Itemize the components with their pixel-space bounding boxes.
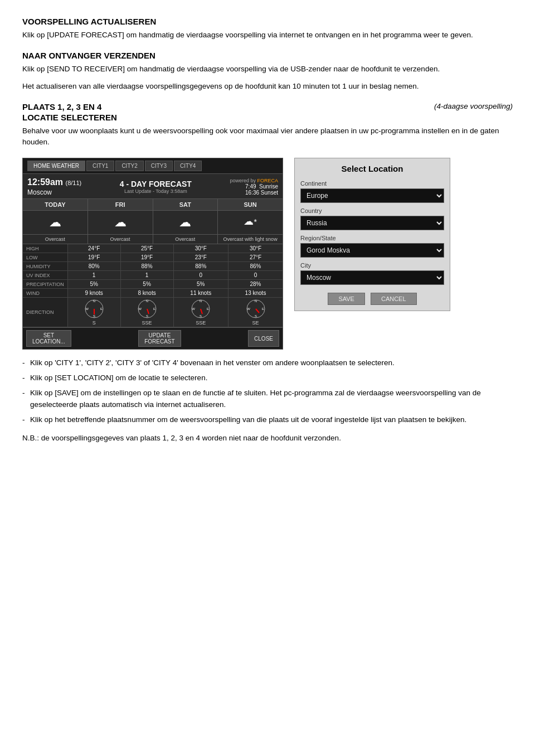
ww-day-fri: FRI — [88, 199, 153, 210]
cell-low-sat: 23°F — [173, 253, 228, 262]
city-select[interactable]: Moscow — [300, 270, 444, 285]
cell-dir-sat: N S W E SSE — [173, 298, 228, 327]
cell-precip-today: 5% — [67, 280, 120, 289]
country-label: Country — [300, 207, 444, 214]
cell-high-fri: 25°F — [120, 244, 173, 253]
sl-buttons: SAVE CANCEL — [300, 293, 444, 305]
ww-day-today: TODAY — [23, 199, 88, 210]
ww-date: (8/11) — [66, 180, 82, 186]
send-receiver-body: Klik op [SEND TO RECEIVER] om handmatig … — [22, 64, 513, 75]
svg-text:S: S — [254, 314, 256, 318]
ww-city: Moscow — [27, 188, 81, 196]
tab-city4[interactable]: CITY4 — [174, 161, 202, 171]
tab-city1[interactable]: CITY1 — [86, 161, 114, 171]
place-subtitle: LOCATIE SELECTEREN — [22, 113, 117, 122]
row-label-high: HIGH — [23, 244, 67, 253]
place-section: PLAATS 1, 2, 3 en 4 LOCATIE SELECTEREN (… — [22, 102, 513, 449]
ww-left-info: 12:59am (8/11) Moscow — [27, 177, 81, 196]
continent-select[interactable]: Europe — [300, 188, 444, 203]
ww-desc-sat: Overcast — [153, 235, 218, 244]
ww-sunrise: 7:49 Sunrise — [230, 183, 278, 190]
ww-icon-fri: ☁ — [88, 211, 153, 234]
row-label-low: LOW — [23, 253, 67, 262]
ww-data-table: HIGH 24°F 25°F 30°F 30°F LOW 19°F 19°F 2… — [23, 244, 283, 327]
city-label: City — [300, 262, 444, 269]
table-row: HIGH 24°F 25°F 30°F 30°F — [23, 244, 283, 253]
save-button[interactable]: SAVE — [328, 293, 365, 305]
note-text: N.B.: de voorspellingsgegeves van plaats… — [22, 433, 513, 444]
table-row: LOW 19°F 19°F 23°F 27°F — [23, 253, 283, 262]
cell-precip-sat: 5% — [173, 280, 228, 289]
send-receiver-body2: Het actualiseren van alle vierdaagse voo… — [22, 81, 513, 92]
svg-text:W: W — [247, 307, 250, 311]
ww-forecast-label: 4 - DAY FORECAST — [120, 180, 192, 188]
four-day-label: (4-daagse voorspelling) — [434, 102, 513, 110]
ww-desc-today: Overcast — [23, 235, 88, 244]
table-row: PRECIPITATION 5% 5% 5% 28% — [23, 280, 283, 289]
cell-precip-sun: 28% — [228, 280, 283, 289]
tab-home-weather[interactable]: HOME WEATHER — [27, 161, 85, 171]
row-label-humidity: HUMIDITY — [23, 262, 67, 271]
cell-dir-today: N S W E S — [67, 298, 120, 327]
svg-text:E: E — [261, 307, 264, 311]
cancel-button[interactable]: CANCEL — [371, 293, 417, 305]
ww-icons-row: ☁ ☁ ☁ ☁* — [23, 211, 283, 235]
place-header: PLAATS 1, 2, 3 en 4 LOCATIE SELECTEREN (… — [22, 102, 513, 123]
row-label-precip: PRECIPITATION — [23, 280, 67, 289]
cell-wind-today: 9 knots — [67, 289, 120, 298]
ww-tabs: HOME WEATHER CITY1 CITY2 CITY3 CITY4 — [27, 161, 202, 171]
close-button[interactable]: CLOSE — [248, 330, 279, 347]
ww-top-info: 12:59am (8/11) Moscow 4 - DAY FORECAST L… — [23, 174, 283, 198]
cell-high-today: 24°F — [67, 244, 120, 253]
screenshots-row: HOME WEATHER CITY1 CITY2 CITY3 CITY4 12:… — [22, 158, 513, 350]
cell-wind-sat: 11 knots — [173, 289, 228, 298]
svg-text:N: N — [254, 299, 256, 303]
tab-city3[interactable]: CITY3 — [145, 161, 173, 171]
ww-center-info: 4 - DAY FORECAST Last Update - Today 3:5… — [120, 180, 192, 194]
ww-time: 12:59am (8/11) — [27, 177, 81, 187]
cell-precip-fri: 5% — [120, 280, 173, 289]
update-forecast-button[interactable]: UPDATEFORECAST — [138, 330, 181, 347]
svg-line-11 — [147, 309, 149, 314]
country-select[interactable]: Russia — [300, 216, 444, 230]
bullet-list: Klik op 'CITY 1', 'CITY 2', 'CITY 3' of … — [22, 357, 513, 429]
cell-humidity-sat: 88% — [173, 262, 228, 271]
weather-widget: HOME WEATHER CITY1 CITY2 CITY3 CITY4 12:… — [22, 158, 283, 350]
compass-fri: N S W E — [137, 299, 157, 319]
forecast-update-body: Klik op [UPDATE FORECAST] om handmatig d… — [22, 30, 513, 41]
svg-text:E: E — [207, 307, 209, 311]
svg-line-23 — [256, 309, 259, 313]
ww-desc-row: Overcast Overcast Overcast Overcast with… — [23, 235, 283, 244]
cell-dir-fri: N S W E SSE — [120, 298, 173, 327]
svg-text:W: W — [85, 307, 89, 311]
cell-wind-sun: 13 knots — [228, 289, 283, 298]
row-label-direction: DIERCTION — [23, 298, 67, 327]
ww-desc-fri: Overcast — [88, 235, 153, 244]
select-location-title: Select Location — [300, 164, 444, 173]
compass-today: N S W E — [84, 299, 104, 319]
row-label-uv: UV INDEX — [23, 271, 67, 280]
bullet-1: Klik op 'CITY 1', 'CITY 2', 'CITY 3' of … — [22, 357, 513, 369]
cell-uv-sun: 0 — [228, 271, 283, 280]
cell-humidity-sun: 86% — [228, 262, 283, 271]
forecast-update-section: VOORSPELLING ACTUALISEREN Klik op [UPDAT… — [22, 17, 513, 41]
ww-day-sat: SAT — [153, 199, 218, 210]
cell-low-sun: 27°F — [228, 253, 283, 262]
table-row: HUMIDITY 80% 88% 88% 86% — [23, 262, 283, 271]
cell-low-fri: 19°F — [120, 253, 173, 262]
send-receiver-section: NAAR ONTVANGER VERZENDEN Klik op [SEND T… — [22, 51, 513, 92]
ww-footer: SETLOCATION... UPDATEFORECAST CLOSE — [23, 327, 283, 349]
ww-icon-sun: ☁* — [218, 211, 283, 234]
cell-humidity-fri: 88% — [120, 262, 173, 271]
svg-text:W: W — [192, 307, 195, 311]
region-select[interactable]: Gorod Moskva — [300, 243, 444, 258]
svg-text:S: S — [146, 314, 148, 318]
cell-uv-sat: 0 — [173, 271, 228, 280]
send-receiver-title: NAAR ONTVANGER VERZENDEN — [22, 51, 513, 60]
ww-tabs-bar: HOME WEATHER CITY1 CITY2 CITY3 CITY4 — [23, 158, 283, 174]
tab-city2[interactable]: CITY2 — [115, 161, 143, 171]
ww-day-sun: SUN — [218, 199, 283, 210]
ww-days-header: TODAY FRI SAT SUN — [23, 198, 283, 211]
set-location-button[interactable]: SETLOCATION... — [26, 330, 71, 347]
cell-low-today: 19°F — [67, 253, 120, 262]
